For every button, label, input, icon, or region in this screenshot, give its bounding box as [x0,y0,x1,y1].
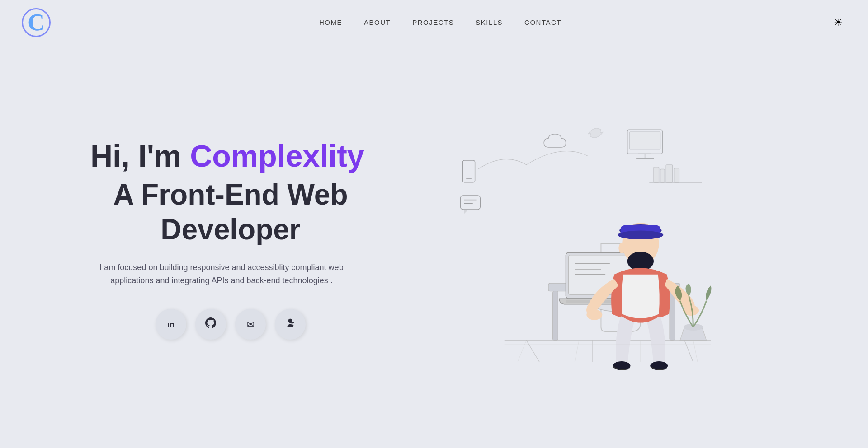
mail-icon [247,318,255,330]
svg-point-37 [618,243,626,253]
hero-greeting: Hi, I'm [90,139,190,173]
hero-subtitle: A Front-End Web Developer [90,177,371,247]
nav-item-projects[interactable]: PROJECTS [412,19,454,27]
svg-rect-9 [630,132,660,149]
nav-item-about[interactable]: ABOUT [364,19,391,27]
linkedin-button[interactable] [156,309,186,340]
linkedin-icon [167,318,175,330]
svg-rect-17 [674,168,679,182]
navbar: C HOME ABOUT PROJECTS SKILLS CONTACT ☀ [0,0,868,45]
nav-link-home[interactable]: HOME [319,19,342,26]
resume-icon [285,318,295,330]
hero-illustration [371,104,814,375]
logo[interactable]: C [22,8,51,37]
svg-line-44 [518,340,526,362]
svg-rect-15 [660,169,665,182]
svg-rect-16 [666,165,673,182]
nav-link-projects[interactable]: PROJECTS [412,19,454,26]
svg-line-45 [575,340,579,362]
svg-rect-24 [553,291,558,341]
svg-point-38 [586,309,602,320]
svg-line-19 [526,340,539,362]
hero-greeting-line: Hi, I'm Complexlity [90,139,371,173]
github-button[interactable] [195,309,226,340]
nav-item-home[interactable]: HOME [319,19,342,27]
email-button[interactable] [235,309,266,340]
svg-point-35 [618,231,663,239]
social-icons-group [90,309,371,340]
hero-description: I am focused on building responsive and … [90,261,353,287]
hero-name: Complexlity [190,139,364,173]
svg-rect-1 [291,324,293,324]
hero-text-block: Hi, I'm Complexlity A Front-End Web Deve… [90,139,371,340]
logo-letter: C [22,8,51,37]
svg-rect-2 [291,325,294,326]
svg-rect-5 [461,196,481,210]
resume-button[interactable] [275,309,306,340]
nav-link-contact[interactable]: CONTACT [524,19,561,26]
developer-illustration [439,104,746,375]
nav-link-about[interactable]: ABOUT [364,19,391,26]
github-icon [205,317,216,331]
hero-section: Hi, I'm Complexlity A Front-End Web Deve… [0,45,868,434]
svg-rect-25 [670,291,675,341]
nav-link-skills[interactable]: SKILLS [476,19,503,26]
svg-rect-0 [291,323,294,323]
svg-rect-14 [654,167,659,182]
nav-item-skills[interactable]: SKILLS [476,19,503,27]
nav-links: HOME ABOUT PROJECTS SKILLS CONTACT [319,19,561,27]
svg-line-21 [684,340,693,362]
nav-item-contact[interactable]: CONTACT [524,19,561,27]
theme-toggle-button[interactable]: ☀ [830,14,846,31]
hero-heading: Hi, I'm Complexlity [90,139,371,173]
svg-line-47 [693,340,698,362]
